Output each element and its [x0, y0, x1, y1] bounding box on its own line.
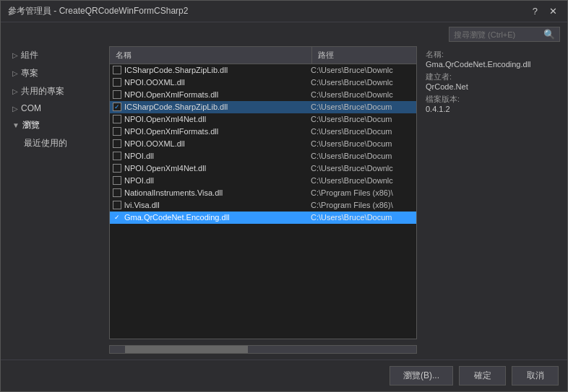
main-content: 🔍 ▷ 組件 ▷ 專案 ▷ 共用的專案 ▷: [1, 22, 567, 391]
row-name: NationalInstruments.Visa.dll: [124, 188, 311, 197]
sidebar-item-assemblies[interactable]: ▷ 組件: [8, 46, 106, 64]
sidebar-item-browse[interactable]: ▼ 瀏覽: [8, 116, 106, 134]
checkbox-icon[interactable]: [113, 66, 121, 74]
row-checkbox[interactable]: [110, 201, 124, 209]
row-checkbox[interactable]: [110, 152, 124, 160]
ok-button[interactable]: 確定: [459, 366, 506, 386]
row-path: C:\Users\Bruce\Downlc: [311, 176, 416, 185]
row-path: C:\Users\Bruce\Downlc: [311, 78, 416, 87]
list-row[interactable]: NPOI.OpenXmlFormats.dll C:\Users\Bruce\D…: [110, 89, 416, 101]
close-button[interactable]: ✕: [546, 6, 560, 16]
row-checkbox[interactable]: [110, 139, 124, 148]
row-checkbox[interactable]: [110, 90, 124, 99]
row-name: NPOI.OOXML.dll: [124, 139, 311, 148]
checkbox-icon[interactable]: [113, 78, 121, 87]
checkbox-icon[interactable]: [113, 127, 121, 136]
checkbox-icon[interactable]: [113, 188, 121, 197]
row-path: C:\Users\Bruce\Downlc: [311, 66, 416, 74]
sidebar-label-assemblies: 組件: [21, 49, 38, 61]
top-bar: 🔍: [1, 22, 567, 46]
checkbox-icon[interactable]: [113, 201, 121, 209]
sidebar-label-com: COM: [21, 103, 41, 113]
list-row[interactable]: lvi.Visa.dll C:\Program Files (x86)\: [110, 199, 416, 212]
row-checkbox[interactable]: [110, 115, 124, 123]
list-header: 名稱 路徑: [109, 46, 417, 64]
info-version-value: 0.4.1.2: [426, 105, 557, 113]
row-checkbox[interactable]: [110, 78, 124, 87]
list-row[interactable]: NPOI.OOXML.dll C:\Users\Bruce\Downlc: [110, 77, 416, 89]
checkbox-icon[interactable]: [113, 115, 121, 123]
list-row[interactable]: NPOI.OpenXml4Net.dll C:\Users\Bruce\Down…: [110, 162, 416, 175]
search-box[interactable]: 🔍: [449, 27, 560, 42]
info-name-label: 名稱:: [426, 49, 557, 60]
checkbox-icon[interactable]: [113, 139, 121, 148]
checkbox-icon[interactable]: [113, 164, 121, 173]
list-row[interactable]: NPOI.OOXML.dll C:\Users\Bruce\Docum: [110, 138, 416, 150]
list-row[interactable]: NationalInstruments.Visa.dll C:\Program …: [110, 187, 416, 199]
row-checkbox[interactable]: [110, 188, 124, 197]
row-name: NPOI.OOXML.dll: [124, 78, 311, 87]
body-area: ▷ 組件 ▷ 專案 ▷ 共用的專案 ▷ COM ▼ 瀏覽: [1, 46, 567, 360]
row-checkbox[interactable]: [110, 213, 124, 222]
checkbox-icon[interactable]: [113, 90, 121, 99]
list-body[interactable]: ICSharpCode.SharpZipLib.dll C:\Users\Bru…: [109, 64, 417, 339]
info-creator-label: 建立者:: [426, 71, 557, 82]
info-version-label: 檔案版本:: [426, 94, 557, 105]
list-row-selected[interactable]: Gma.QrCodeNet.Encoding.dll C:\Users\Bruc…: [110, 212, 416, 224]
row-checkbox[interactable]: [110, 176, 124, 185]
row-checkbox[interactable]: [110, 164, 124, 173]
help-button[interactable]: ?: [530, 6, 541, 16]
sidebar-item-recent[interactable]: 最近使用的: [8, 134, 106, 152]
row-path: C:\Users\Bruce\Docum: [311, 213, 416, 222]
row-name: NPOI.OpenXml4Net.dll: [124, 164, 311, 173]
sidebar-item-projects[interactable]: ▷ 專案: [8, 64, 106, 82]
row-path: C:\Users\Bruce\Downlc: [311, 90, 416, 99]
list-row[interactable]: ICSharpCode.SharpZipLib.dll C:\Users\Bru…: [110, 64, 416, 77]
sidebar-item-com[interactable]: ▷ COM: [8, 100, 106, 116]
title-bar: 參考管理員 - CreateQRCodeWinFormCSharp2 ? ✕: [1, 1, 567, 22]
row-checkbox[interactable]: [110, 66, 124, 74]
row-name: NPOI.OpenXml4Net.dll: [124, 115, 311, 123]
row-name: NPOI.OpenXmlFormats.dll: [124, 90, 311, 99]
list-panel: 名稱 路徑 ICSharpCode.SharpZipLib.dll C:\Use…: [109, 46, 417, 360]
browse-button[interactable]: 瀏覽(B)...: [390, 366, 453, 386]
row-path: C:\Program Files (x86)\: [311, 188, 416, 197]
row-path: C:\Users\Bruce\Docum: [311, 139, 416, 148]
window-title: 參考管理員 - CreateQRCodeWinFormCSharp2: [8, 5, 188, 17]
column-header-path[interactable]: 路徑: [312, 47, 416, 64]
checkbox-icon[interactable]: [113, 152, 121, 160]
row-path: C:\Users\Bruce\Downlc: [311, 164, 416, 173]
sidebar-label-projects: 專案: [21, 67, 38, 79]
cancel-button[interactable]: 取消: [512, 366, 559, 386]
sidebar-arrow-assemblies: ▷: [12, 51, 18, 59]
list-row[interactable]: NPOI.OpenXmlFormats.dll C:\Users\Bruce\D…: [110, 126, 416, 138]
checkbox-icon[interactable]: [113, 103, 121, 111]
list-row[interactable]: NPOI.dll C:\Users\Bruce\Docum: [110, 150, 416, 162]
sidebar: ▷ 組件 ▷ 專案 ▷ 共用的專案 ▷ COM ▼ 瀏覽: [8, 46, 109, 360]
list-row[interactable]: NPOI.dll C:\Users\Bruce\Downlc: [110, 175, 416, 187]
row-name: ICSharpCode.SharpZipLib.dll: [124, 103, 311, 111]
info-name-value: Gma.QrCodeNet.Encoding.dll: [426, 60, 557, 69]
row-checkbox[interactable]: [110, 127, 124, 136]
row-name: ICSharpCode.SharpZipLib.dll: [124, 66, 311, 74]
row-path: C:\Users\Bruce\Docum: [311, 103, 416, 111]
sidebar-arrow-shared: ▷: [12, 87, 18, 95]
horizontal-scrollbar[interactable]: [109, 345, 417, 354]
sidebar-label-browse: 瀏覽: [22, 119, 40, 131]
checkbox-icon[interactable]: [113, 176, 121, 185]
column-header-name[interactable]: 名稱: [110, 47, 312, 64]
row-path: C:\Users\Bruce\Docum: [311, 152, 416, 160]
row-name: lvi.Visa.dll: [124, 201, 311, 209]
scrollbar-thumb[interactable]: [125, 346, 248, 353]
list-row[interactable]: ICSharpCode.SharpZipLib.dll C:\Users\Bru…: [110, 101, 416, 113]
checkbox-icon[interactable]: [113, 213, 121, 222]
list-row[interactable]: NPOI.OpenXml4Net.dll C:\Users\Bruce\Docu…: [110, 113, 416, 126]
row-name: NPOI.dll: [124, 176, 311, 185]
sidebar-item-shared-projects[interactable]: ▷ 共用的專案: [8, 82, 106, 100]
title-bar-buttons: ? ✕: [530, 6, 560, 16]
row-checkbox[interactable]: [110, 103, 124, 111]
search-icon: 🔍: [543, 29, 555, 40]
sidebar-arrow-com: ▷: [12, 105, 18, 113]
search-input[interactable]: [454, 30, 541, 39]
sidebar-label-recent: 最近使用的: [24, 137, 67, 149]
